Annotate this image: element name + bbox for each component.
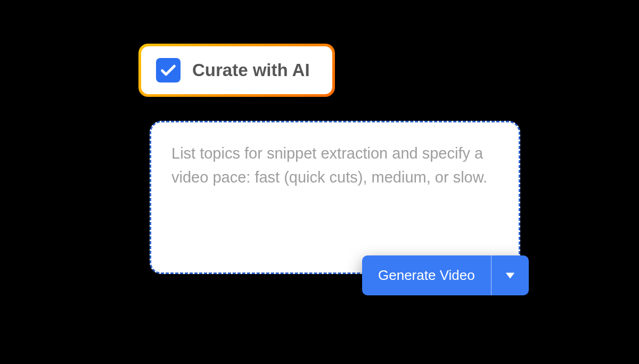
curate-label: Curate with AI [192, 60, 310, 80]
curate-card-inner: Curate with AI [141, 46, 332, 94]
triangle-down-icon [504, 271, 516, 280]
generate-button-group: Generate Video [362, 255, 529, 295]
generate-dropdown-button[interactable] [491, 255, 529, 295]
prompt-placeholder-text: List topics for snippet extraction and s… [171, 142, 498, 189]
generate-button-label: Generate Video [378, 267, 475, 284]
curate-option-card[interactable]: Curate with AI [138, 44, 335, 97]
prompt-textarea[interactable]: List topics for snippet extraction and s… [150, 121, 520, 274]
generate-video-button[interactable]: Generate Video [362, 255, 491, 295]
curate-checkbox[interactable] [156, 58, 181, 82]
checkmark-icon [159, 61, 177, 79]
